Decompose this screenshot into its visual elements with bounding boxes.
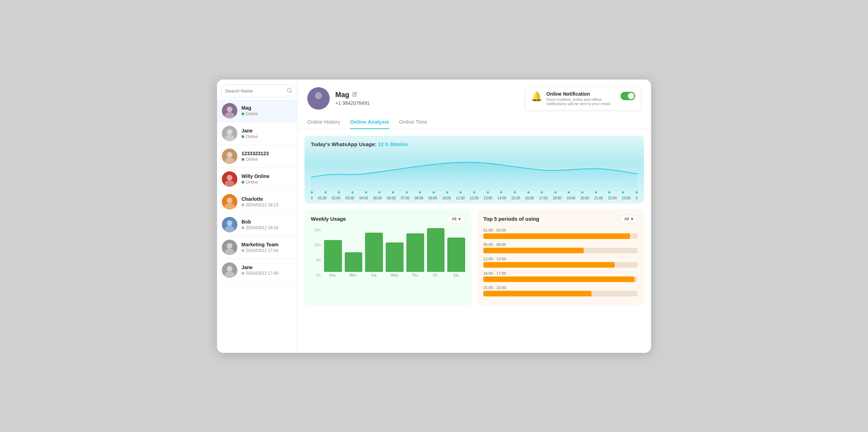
daily-chart-card: Today's WhatsApp Usage: 12 h 30mins [304, 136, 644, 204]
time-dot [527, 191, 530, 193]
profile-avatar [307, 87, 330, 110]
time-dot [622, 191, 624, 193]
bar-day-label: Tue. [371, 273, 378, 277]
time-label: 0 [636, 196, 638, 200]
tab-online-time[interactable]: Online Time [399, 119, 427, 129]
main-content: Mag +1 3842076491 🔔 Online Notification … [298, 80, 651, 353]
time-label: 12:00 [470, 196, 478, 200]
svg-point-21 [227, 243, 232, 249]
time-label: 14:00 [497, 196, 506, 200]
top5-filter-value: All [624, 217, 629, 221]
time-label: 03:00 [345, 196, 354, 200]
tab-online-analysis[interactable]: Online Analysis [350, 119, 389, 129]
bar-fill [386, 242, 404, 272]
contact-status: 2024/03/12 18:23 [241, 203, 292, 207]
top5-bar-bg [483, 276, 638, 282]
notification-card: 🔔 Online Notification Once enabled, onli… [525, 87, 641, 110]
bar-day-label: Sat. [453, 273, 460, 277]
usage-value: 12 h 30mins [378, 141, 408, 147]
contact-item-willy[interactable]: Willy Online Online [217, 168, 297, 191]
top5-bars: 01:00 - 02:00 05:00 - 06:00 12:00 - 13:0… [483, 228, 638, 296]
top5-bar-bg [483, 262, 638, 268]
contact-avatar [222, 103, 237, 118]
tabs-bar: Online History Online Analysis Online Ti… [298, 113, 651, 129]
contact-avatar [222, 194, 237, 210]
contact-item-bob[interactable]: Bob 2024/03/12 18:18 [217, 213, 297, 236]
contact-item-charlotte[interactable]: Charlotte 2024/03/12 18:23 [217, 191, 297, 213]
status-text: 2024/03/12 17:40 [246, 271, 278, 276]
notification-toggle[interactable] [621, 92, 635, 100]
status-dot [241, 226, 244, 229]
status-text: 2024/03/12 18:23 [246, 203, 278, 207]
top5-bar-fill [483, 291, 592, 296]
bars-group: Sun. Mon. Tue. Wed. Thu. Fri. Sat. [324, 228, 465, 277]
top5-bar-fill [483, 262, 615, 268]
edit-icon[interactable] [352, 92, 357, 98]
status-text: 2024/03/12 17:44 [246, 248, 278, 253]
main-header: Mag +1 3842076491 🔔 Online Notification … [298, 80, 651, 110]
contact-status: Online [241, 111, 292, 116]
time-dot [460, 191, 462, 193]
time-dot [608, 191, 610, 193]
time-label: 01:00 [318, 196, 327, 200]
contact-info: Willy Online Online [241, 173, 292, 185]
time-dot [554, 191, 556, 193]
bar-chart: 20H 10H 5H 0H Sun. Mon. Tue. Wed. Thu. F… [311, 228, 465, 284]
time-label: 04:00 [359, 196, 368, 200]
time-label: 08:00 [414, 196, 423, 200]
time-dot [636, 191, 638, 193]
svg-point-6 [227, 129, 232, 135]
top5-period-label: 16:00 - 17:00 [483, 271, 638, 275]
contact-info: Marketing Team 2024/03/12 17:44 [241, 242, 292, 253]
time-label: 10:00 [442, 196, 451, 200]
time-dot [351, 191, 354, 193]
time-dot [514, 191, 516, 193]
contact-avatar [222, 171, 237, 187]
svg-line-1 [290, 91, 292, 92]
time-label: 18:00 [553, 196, 561, 200]
contact-item-jane2[interactable]: Jane 2024/03/12 17:40 [217, 259, 297, 282]
bottom-charts: Weekly Usage All ▾ 20H 10H 5H 0H [304, 209, 644, 306]
top5-card-header: Top 5 periods of using All ▾ [483, 215, 638, 223]
profile-name-row: Mag [335, 91, 370, 99]
contact-item-jane1[interactable]: Jane Online [217, 122, 297, 145]
time-label: 23:00 [622, 196, 631, 200]
contact-status: 2024/03/12 18:18 [241, 225, 292, 230]
contact-name: Bob [241, 219, 292, 225]
contact-avatar [222, 262, 237, 278]
contact-status: Online [241, 180, 292, 185]
search-input[interactable] [225, 88, 284, 94]
bar-col-Sat.: Sat. [447, 228, 465, 277]
status-dot [241, 272, 244, 275]
contact-item-mag[interactable]: Mag Online [217, 100, 297, 122]
time-label: 09:00 [428, 196, 437, 200]
usage-header: Today's WhatsApp Usage: 12 h 30mins [311, 141, 638, 147]
top5-bar-bg [483, 248, 638, 253]
bar-col-Sun.: Sun. [324, 228, 342, 277]
bar-fill [406, 233, 424, 272]
time-dot [487, 191, 489, 193]
sidebar: Mag Online Jane Online [217, 80, 298, 353]
contact-avatar [222, 126, 237, 141]
weekly-card-header: Weekly Usage All ▾ [311, 215, 465, 223]
time-dot [473, 191, 475, 193]
time-dot [433, 191, 435, 193]
top5-row: 05:00 - 06:00 [483, 242, 638, 253]
contact-item-marketing[interactable]: Marketing Team 2024/03/12 17:44 [217, 236, 297, 259]
search-icon [287, 88, 292, 94]
bar-day-label: Sun. [329, 273, 337, 277]
contact-name: Mag [241, 105, 292, 111]
status-dot [241, 112, 244, 115]
bar-day-label: Wed. [391, 273, 399, 277]
svg-point-18 [227, 220, 232, 226]
svg-point-26 [315, 92, 322, 99]
contact-item-1233[interactable]: 1233323123 Online [217, 145, 297, 168]
bar-day-label: Mon. [350, 273, 357, 277]
contact-list: Mag Online Jane Online [217, 100, 297, 353]
top5-filter-select[interactable]: All ▾ [620, 215, 638, 223]
time-dot [541, 191, 543, 193]
time-label: 0 [311, 196, 313, 200]
chevron-down-icon-2: ▾ [631, 217, 633, 221]
tab-online-history[interactable]: Online History [307, 119, 340, 129]
weekly-filter-select[interactable]: All ▾ [447, 215, 465, 223]
